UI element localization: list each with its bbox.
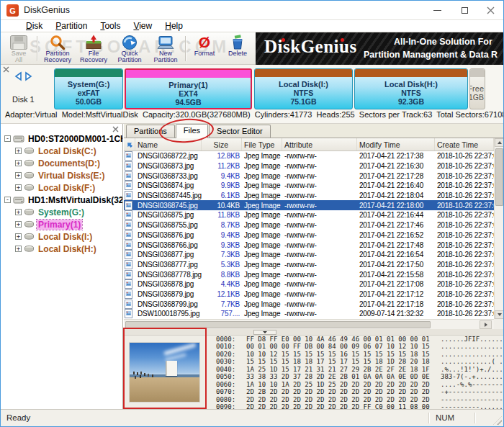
hex-address: 0040: xyxy=(216,366,235,373)
tree-item-local-disk-f[interactable]: +Local Disk(F:) xyxy=(1,181,122,194)
table-row[interactable]: DSW100018795.jpg757....Jpeg Image-rwxrw-… xyxy=(124,309,494,319)
scroll-down-button[interactable] xyxy=(495,310,503,319)
partition-text: Local Disk(I:)NTFS75.1GB xyxy=(255,80,352,106)
table-row[interactable]: DNSGI0368777.jpg5.3KBJpeg Image-rwxrw-rw… xyxy=(124,260,494,270)
tree-item-local-disk-h[interactable]: +Local Disk(H:) xyxy=(1,243,122,255)
column-header-create-time[interactable]: Create Time xyxy=(435,138,494,150)
table-row[interactable]: DNSGI03687445.jpg6.1KBJpeg Image-rwxrw-r… xyxy=(124,191,494,201)
menu-item-disk[interactable]: Disk xyxy=(19,20,49,32)
scroll-up-button[interactable] xyxy=(495,138,503,147)
toolbar-button-file-recovery[interactable]: File Recovery xyxy=(76,32,112,65)
tree-expand-toggle[interactable]: - xyxy=(4,135,11,142)
tree-item-local-disk-i[interactable]: +Local Disk(I:) xyxy=(1,230,122,243)
tab-files[interactable]: Files xyxy=(176,124,208,138)
table-row[interactable]: DNSGI036875.jpg11.8KBJpeg Image-rwxrw-rw… xyxy=(124,210,494,220)
file-image-icon xyxy=(125,171,132,181)
toolbar-button-delete[interactable]: Delete xyxy=(221,32,254,65)
partition-block-free[interactable]: Free8.1GB xyxy=(469,68,485,109)
horizontal-scroll-thumb[interactable] xyxy=(125,321,431,328)
tree-item-hd0-st2000dm001-1ch16[interactable]: -HD0:ST2000DM001-1CH16 xyxy=(1,132,122,145)
partition-icon xyxy=(24,245,35,253)
column-header-modify-time[interactable]: Modify Time xyxy=(357,138,435,150)
table-row[interactable]: DNSGI036876.jpg9.4KBJpeg Image-rwxrw-rw-… xyxy=(124,230,494,241)
tree-item-label: Local Disk(I:) xyxy=(37,232,94,242)
resize-grip[interactable] xyxy=(493,416,502,425)
column-header-attribute[interactable]: Attribute xyxy=(282,138,357,150)
disk-nav-arrows-icon[interactable] xyxy=(12,71,35,81)
tree-expand-toggle[interactable]: + xyxy=(15,160,22,166)
tree-expand-toggle[interactable]: + xyxy=(15,172,22,179)
table-row[interactable]: DNSGI0368755.jpg8.7KBJpeg Image-rwxrw-rw… xyxy=(124,220,494,230)
status-separator xyxy=(428,413,430,423)
vertical-scroll-thumb[interactable] xyxy=(495,148,503,206)
splitter-bar[interactable] xyxy=(124,329,503,336)
menu-item-partition[interactable]: Partition xyxy=(49,20,94,32)
hex-row: 0040:1A 25 1D 15 17 21 31 21 27 29 2B 2E… xyxy=(209,366,503,373)
partition-block-local-disk-h[interactable]: Local Disk(H:)NTFS92.3GB xyxy=(354,68,468,109)
tree-expand-toggle[interactable]: + xyxy=(15,184,22,191)
tree-item-primary-1[interactable]: +Primary(1) xyxy=(1,218,122,230)
tab-sector-editor[interactable]: Sector Editor xyxy=(209,125,271,138)
horizontal-scrollbar[interactable] xyxy=(124,319,494,329)
close-button[interactable] xyxy=(479,1,502,20)
table-row[interactable]: DNSGI03687778.jpg8.8KBJpeg Image-rwxrw-r… xyxy=(124,269,494,279)
file-type: Jpeg Image xyxy=(242,220,282,230)
tree-expand-toggle[interactable]: + xyxy=(15,233,22,240)
trash-icon xyxy=(228,34,247,50)
partition-block-primary-1[interactable]: Primary(1)EXT494.5GB xyxy=(125,68,252,109)
file-name: DNSGI03687445.jpg xyxy=(135,191,202,201)
toolbar-button-save-all[interactable]: Save All xyxy=(2,32,35,65)
menu-item-tools[interactable]: Tools xyxy=(94,20,127,32)
table-row[interactable]: DNSGI036878.jpg4.4KBJpeg Image-rwxrw-rw-… xyxy=(124,279,494,289)
maximize-button[interactable] xyxy=(453,1,476,20)
partition-block-local-disk-i[interactable]: Local Disk(I:)NTFS75.1GB xyxy=(254,68,353,109)
tree-expand-toggle[interactable]: + xyxy=(15,246,22,252)
file-attribute: -rwxrw-rw- xyxy=(282,230,357,241)
file-create-time: 2018-10-26 22:37:08 xyxy=(435,161,494,171)
column-header-name[interactable]: Name xyxy=(135,138,202,150)
toolbar-button-format[interactable]: ØFormat xyxy=(188,32,221,65)
table-row[interactable]: DNSGI036879.jpg12.1KBJpeg Image-rwxrw-rw… xyxy=(124,289,494,300)
column-header-size[interactable]: Size xyxy=(202,138,242,150)
hex-preview-pane[interactable]: 0000:FF D8 FF E0 00 10 4A 46 49 46 00 01… xyxy=(209,336,503,409)
splitter-collapse-button[interactable] xyxy=(253,330,276,335)
tree-item-local-disk-c[interactable]: +Local Disk(C:) xyxy=(1,145,122,157)
tree-expand-toggle[interactable]: - xyxy=(4,197,11,203)
tree-item-documents-d[interactable]: +Documents(D:) xyxy=(1,157,122,169)
menu-item-help[interactable]: Help xyxy=(158,20,189,32)
tree-expand-toggle[interactable]: + xyxy=(15,221,22,228)
toolbar-button-partition-recovery[interactable]: Partition Recovery xyxy=(40,32,76,65)
table-row[interactable]: DNSGI0368733.jpg9.4KBJpeg Image-rwxrw-rw… xyxy=(124,171,494,181)
partition-name: Local Disk(I:) xyxy=(255,80,352,89)
scroll-right-button[interactable] xyxy=(480,320,492,329)
tree-expand-toggle[interactable]: + xyxy=(15,209,22,215)
file-cell xyxy=(124,210,135,220)
table-row[interactable]: DNSGI0368766.jpg9.3KBJpeg Image-rwxrw-rw… xyxy=(124,240,494,250)
vertical-scrollbar[interactable] xyxy=(494,138,503,319)
tab-partitions[interactable]: Partitions xyxy=(126,125,175,138)
tree-item-virtual-disks-e[interactable]: +Virtual Disks(E:) xyxy=(1,169,122,181)
tree-item-system-g[interactable]: +System(G:) xyxy=(1,206,122,218)
file-type: Jpeg Image xyxy=(242,269,282,279)
file-modify-time: 2017-04-21 22:16:54 xyxy=(357,250,435,260)
column-header-file-type[interactable]: File Type xyxy=(242,138,282,150)
tree-panel-close-icon[interactable] xyxy=(112,126,119,132)
table-row[interactable]: DNSGI036873.jpg11.2KBJpeg Image-rwxrw-rw… xyxy=(124,161,494,171)
toolbar-button-new-partition[interactable]: New Partition xyxy=(148,32,184,65)
sort-arrow-icon[interactable] xyxy=(124,138,135,150)
partition-block-system-g[interactable]: System(G:)exFAT50.0GB xyxy=(54,68,123,109)
panel-close-icon[interactable] xyxy=(3,66,9,73)
tree-item-hd1-msftvirtualdisk-320gi[interactable]: -HD1:MsftVirtualDisk(320GI xyxy=(1,194,122,206)
hex-ascii: -+-------------- xyxy=(441,388,503,395)
minimize-button[interactable] xyxy=(426,1,449,20)
table-row[interactable]: DNSGI0368745.jpg10.4KBJpeg Image-rwxrw-r… xyxy=(124,200,494,210)
table-row[interactable]: DNSGI036877.jpg7.3KBJpeg Image-rwxrw-rw-… xyxy=(124,250,494,260)
hex-address: 0090: xyxy=(216,403,235,409)
table-row[interactable]: DNSGI036874.jpg9.9KBJpeg Image-rwxrw-rw-… xyxy=(124,181,494,191)
tree-expand-toggle[interactable]: + xyxy=(15,148,22,154)
table-row[interactable]: DNSGI0368722.jpg12.8KBJpeg Image-rwxrw-r… xyxy=(124,151,494,161)
menu-item-view[interactable]: View xyxy=(127,20,158,32)
table-row[interactable]: DNSGI0368799.jpg7.7KBJpeg Image-rwxrw-rw… xyxy=(124,299,494,309)
toolbar-button-quick-partition[interactable]: Quick Partition xyxy=(112,32,148,65)
partition-header-strip xyxy=(126,70,251,78)
